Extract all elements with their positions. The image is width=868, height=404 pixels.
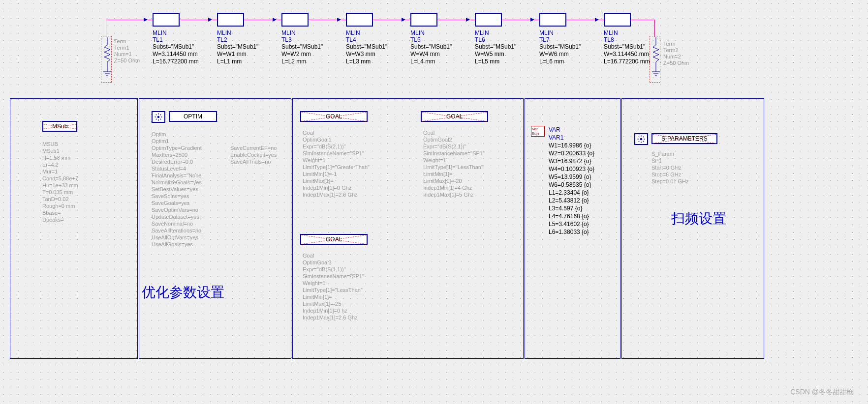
arrow-icon: [208, 18, 212, 22]
msub-params: MSUBMSub1H=1.58 mmEr=4.2Mur=1Cond=5.88e+…: [42, 141, 78, 223]
var-box[interactable]: VarEqn VAR VAR1 W1=16.9986 {o}W2=0.20063…: [525, 98, 620, 359]
optim-annotation: 优化参数设置: [142, 283, 224, 302]
mlin-label-block: MLINTL5Subst="MSub1"W=W4 mmL=L4 mm: [410, 29, 474, 65]
goal3-params: GoalOptimGoal3Expr="dB(S(1,1))"SimInstan…: [303, 252, 364, 321]
sparam-annotation: 扫频设置: [671, 209, 726, 228]
arrow-icon: [337, 18, 341, 22]
svg-point-10: [157, 116, 160, 118]
mlin-component[interactable]: [410, 13, 437, 27]
goal2-params: GoalOptimGoal2Expr="dB(S(2,1))"SimInstan…: [423, 129, 485, 198]
mlin-component[interactable]: [475, 13, 502, 27]
schematic-wire: [106, 20, 654, 20]
mlin-label-block: MLINTL7Subst="MSub1"W=W6 mmL=L6 mm: [539, 29, 603, 65]
goal1-header: GOAL: [300, 111, 368, 122]
mlin-component[interactable]: [604, 13, 631, 27]
gear-icon: [634, 133, 648, 145]
goal2-header: GOAL: [421, 111, 488, 122]
schematic-wire-v: [106, 20, 106, 37]
optim-params-1: OptimOptim1OptimType=GradientMaxIters=25…: [152, 131, 203, 248]
svg-point-11: [640, 138, 643, 141]
term-icon: [102, 37, 112, 82]
arrow-icon: [530, 18, 534, 22]
sparam-header: S-PARAMETERS: [651, 133, 717, 144]
optim-params-2: SaveCurrentEF=noEnableCockpit=yesSaveAll…: [230, 144, 277, 165]
mlin-component[interactable]: [153, 13, 180, 27]
arrow-icon: [273, 18, 277, 22]
term1-component[interactable]: [101, 36, 112, 83]
arrow-icon: [595, 18, 599, 22]
mlin-component[interactable]: [281, 13, 309, 27]
mlin-label-block: MLINTL1Subst="MSub1"W=3.114450 mmL=16.77…: [153, 29, 217, 65]
msub-header: MSub: [42, 121, 77, 132]
optim-box[interactable]: OPTIM OptimOptim1OptimType=GradientMaxIt…: [139, 98, 291, 359]
mlin-label-block: MLINTL3Subst="MSub1"W=W2 mmL=L2 mm: [281, 29, 345, 65]
watermark: CSDN @冬冬甜甜枪: [790, 388, 853, 397]
optim-header: OPTIM: [169, 111, 217, 122]
term1-label: Term Term1 Num=1 Z=50 Ohm: [114, 38, 140, 64]
mlin-label-block: MLINTL4Subst="MSub1"W=W3 mmL=L3 mm: [346, 29, 410, 65]
msub-box[interactable]: MSub MSUBMSub1H=1.58 mmEr=4.2Mur=1Cond=5…: [10, 98, 138, 359]
mlin-label-block: MLINTL2Subst="MSub1"W=W1 mmL=L1 mm: [217, 29, 281, 65]
mlin-label-block: MLINTL8Subst="MSub1"W=3.114450 mmL=16.77…: [604, 29, 668, 65]
var-eqn-icon: VarEqn: [531, 126, 545, 137]
arrow-icon: [144, 18, 148, 22]
mlin-label-block: MLINTL6Subst="MSub1"W=W5 mmL=L5 mm: [475, 29, 539, 65]
goal1-params: GoalOptimGoal1Expr="dB(S(2,1))"SimInstan…: [303, 129, 370, 198]
mlin-component[interactable]: [217, 13, 244, 27]
arrow-icon: [466, 18, 470, 22]
goals-box[interactable]: GOAL GoalOptimGoal1Expr="dB(S(2,1))"SimI…: [292, 98, 524, 359]
mlin-component[interactable]: [346, 13, 373, 27]
var-params: VAR VAR1 W1=16.9986 {o}W2=0.200633 {o}W3…: [549, 126, 594, 236]
sparam-params: S_ParamSP1Start=0 GHzStop=6 GHzStep=0.01…: [651, 150, 689, 185]
mlin-component[interactable]: [539, 13, 566, 27]
arrow-icon: [402, 18, 405, 22]
gear-icon: [152, 111, 165, 123]
sparam-box[interactable]: S-PARAMETERS S_ParamSP1Start=0 GHzStop=6…: [621, 98, 764, 359]
goal3-header: GOAL: [300, 234, 368, 245]
